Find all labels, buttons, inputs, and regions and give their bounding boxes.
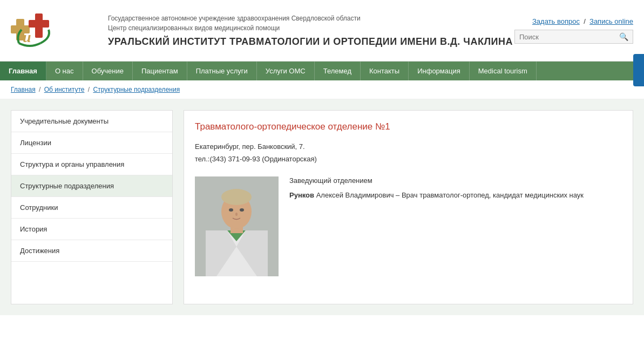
header-title: УРАЛЬСКИЙ ИНСТИТУТ ТРАВМАТОЛОГИИ И ОРТОП… xyxy=(108,36,514,47)
svg-point-11 xyxy=(229,208,233,212)
svg-text:и: и xyxy=(23,29,31,45)
sidebar: Учредительные документы Лицензии Структу… xyxy=(11,110,173,304)
logo: и xyxy=(11,5,97,56)
nav-item-home[interactable]: Главная xyxy=(0,62,46,80)
nav-item-medical-tourism[interactable]: Medical tourism xyxy=(470,62,537,80)
nav-item-paid-services[interactable]: Платные услуги xyxy=(187,62,257,80)
sidebar-item-licenses[interactable]: Лицензии xyxy=(11,132,172,154)
nav-item-about[interactable]: О нас xyxy=(46,62,83,80)
sidebar-item-structural-divisions[interactable]: Структурные подразделения xyxy=(11,175,172,197)
svg-rect-3 xyxy=(29,20,49,28)
nav-item-telemed[interactable]: Телемед xyxy=(315,62,361,80)
svg-point-13 xyxy=(235,213,238,216)
header-text-block: Государственное автономное учреждение зд… xyxy=(97,13,514,47)
doctor-role: Заведующий отделением xyxy=(289,176,622,185)
header-links: Задать вопрос / Запись online xyxy=(532,17,633,25)
section-title: Травматолого-ортопедическое отделение №1 xyxy=(195,121,622,132)
main-content: Травматолого-ортопедическое отделение №1… xyxy=(184,110,633,304)
nav-item-oms[interactable]: Услуги ОМС xyxy=(257,62,315,80)
breadcrumb-home[interactable]: Главная xyxy=(11,86,36,93)
breadcrumb-about[interactable]: Об институте xyxy=(44,86,85,93)
address-line1: Екатеринбург, пер. Банковский, 7. xyxy=(195,140,622,153)
search-icon[interactable]: 🔍 xyxy=(619,32,628,41)
doctor-photo xyxy=(195,176,279,276)
doctor-name-description: Рунков Алексей Владимирович – Врач травм… xyxy=(289,190,622,201)
header-right: Задать вопрос / Запись online 🔍 xyxy=(514,17,633,44)
nav-item-patients[interactable]: Пациентам xyxy=(133,62,187,80)
nav-bar: Главная О нас Обучение Пациентам Платные… xyxy=(0,62,644,80)
breadcrumb: Главная / Об институте / Структурные под… xyxy=(0,80,644,99)
online-registration-link[interactable]: Запись online xyxy=(589,17,633,25)
content-area: Учредительные документы Лицензии Структу… xyxy=(0,99,644,315)
nav-item-contacts[interactable]: Контакты xyxy=(361,62,409,80)
nav-item-information[interactable]: Информация xyxy=(409,62,470,80)
svg-point-10 xyxy=(221,189,252,205)
nav-item-education[interactable]: Обучение xyxy=(83,62,133,80)
sidebar-item-structure[interactable]: Структура и органы управления xyxy=(11,154,172,175)
breadcrumb-structural[interactable]: Структурные подразделения xyxy=(93,86,180,93)
doctor-name: Рунков xyxy=(289,191,314,199)
search-box: 🔍 xyxy=(514,30,633,44)
doctor-section: Заведующий отделением Рунков Алексей Вла… xyxy=(195,176,622,276)
sidebar-item-founding-docs[interactable]: Учредительные документы xyxy=(11,111,172,132)
address-line2: тел.:(343) 371-09-93 (Ординаторская) xyxy=(195,153,622,165)
doctor-info: Заведующий отделением Рунков Алексей Вла… xyxy=(289,176,622,201)
svg-point-12 xyxy=(240,208,244,212)
doctor-description: Алексей Владимирович – Врач травматолог-… xyxy=(314,191,584,199)
edge-tab[interactable] xyxy=(633,54,644,86)
sidebar-item-achievements[interactable]: Достижения xyxy=(11,240,172,262)
ask-question-link[interactable]: Задать вопрос xyxy=(532,17,580,25)
sidebar-item-staff[interactable]: Сотрудники xyxy=(11,197,172,219)
search-input[interactable] xyxy=(519,33,619,41)
header: и Государственное автономное учреждение … xyxy=(0,0,644,62)
address-block: Екатеринбург, пер. Банковский, 7. тел.:(… xyxy=(195,140,622,166)
header-subtitle: Государственное автономное учреждение зд… xyxy=(108,13,514,33)
sidebar-item-history[interactable]: История xyxy=(11,219,172,240)
